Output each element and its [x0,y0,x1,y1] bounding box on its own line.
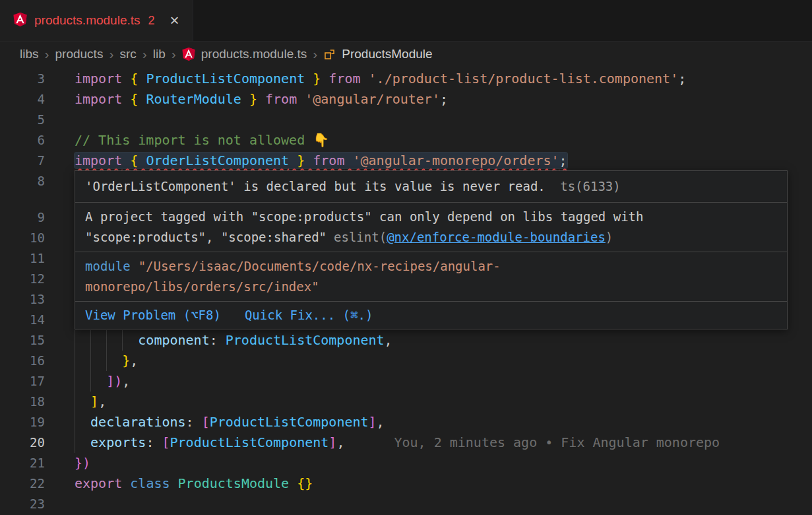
git-blame-annotation: You, 2 minutes ago • Fix Angular monorep… [394,434,720,450]
line-number: 20 [0,432,45,453]
code-line[interactable]: 3import { ProductListComponent } from '.… [0,69,812,89]
indent-guide [75,371,90,392]
code-line[interactable]: 6// This import is not allowed 👇 [0,130,812,151]
ts-diagnostic: 'OrderListComponent' is declared but its… [75,171,787,203]
hover-tooltip: 'OrderListComponent' is declared but its… [75,170,788,329]
eslint-rule-link[interactable]: @nx/enforce-module-boundaries [387,230,606,244]
indent-guide [122,330,138,351]
eslint-source-prefix: eslint( [334,230,387,244]
ts-diagnostic-source: ts(6133) [560,179,621,193]
breadcrumb-item-src[interactable]: src [119,47,136,61]
indent-guide [90,330,106,351]
code-line[interactable]: 7import { OrderListComponent } from '@an… [0,151,812,171]
line-number: 11 [0,248,45,269]
code-line[interactable]: 23 [0,494,812,514]
code-text: import { RouterModule } from '@angular/r… [75,89,448,110]
code-line[interactable]: 16}, [0,351,812,371]
line-number: 23 [0,494,45,514]
code-text: export class ProductsModule {} [75,473,313,494]
error-squiggle-range: import { OrderListComponent } from '@ang… [75,153,567,168]
code-text: ], [75,392,106,412]
code-text: ]), [75,371,130,392]
line-number: 16 [0,351,45,371]
indent-guide [106,351,122,371]
breadcrumb-item-products[interactable]: products [55,47,104,61]
angular-icon [182,48,195,61]
indent-guide [75,392,90,412]
line-number: 15 [0,330,45,351]
breadcrumb-label: products [55,47,104,61]
code-line[interactable]: 18], [0,392,812,412]
view-problem-action[interactable]: View Problem (⌥F8) [85,305,221,326]
line-number: 14 [0,310,45,330]
eslint-source-suffix: ) [606,230,613,244]
code-line[interactable]: 15component: ProductListComponent, [0,330,812,351]
code-line[interactable]: 20exports: [ProductListComponent],You, 2… [0,432,812,453]
breadcrumb-item-productsmodule[interactable]: ProductsModule [323,47,432,61]
close-icon[interactable]: × [170,13,179,28]
line-number: 17 [0,371,45,392]
breadcrumb-label: ProductsModule [342,47,432,61]
breadcrumb-separator: › [103,46,119,62]
line-number: 6 [0,130,45,151]
breadcrumb-separator: › [307,46,323,62]
code-line[interactable]: 4import { RouterModule } from '@angular/… [0,89,812,110]
indent-guide [90,351,106,371]
tab-problems-badge: 2 [148,14,155,28]
breadcrumb-item-lib[interactable]: lib [153,47,166,61]
line-number: 21 [0,453,45,473]
line-number: 22 [0,473,45,494]
line-number: 7 [0,151,45,171]
quick-fix-action[interactable]: Quick Fix... (⌘.) [245,305,373,326]
module-keyword: module [85,259,131,273]
breadcrumb-separator: › [137,46,153,62]
indent-guide [90,371,106,392]
code-text: // This import is not allowed 👇 [75,130,329,151]
line-number: 12 [0,269,45,289]
symbol-class-icon [323,48,336,61]
code-line[interactable]: 21}) [0,453,812,473]
indent-guide [106,330,122,351]
breadcrumb-item-products-module-ts[interactable]: products.module.ts [182,47,307,61]
code-line[interactable]: 17]), [0,371,812,392]
code-line[interactable]: 19declarations: [ProductListComponent], [0,412,812,432]
angular-icon [13,13,27,29]
code-text: }, [75,351,138,371]
line-number: 18 [0,392,45,412]
tab-title: products.module.ts [34,13,141,28]
code-text: import { ProductListComponent } from './… [75,69,686,89]
code-text: declarations: [ProductListComponent], [75,412,385,432]
indent-guide [75,432,90,453]
code-editor[interactable]: 3import { ProductListComponent } from '.… [0,67,812,514]
line-number: 13 [0,289,45,310]
breadcrumb-label: libs [20,47,39,61]
breadcrumb-separator: › [39,46,55,62]
module-path: "/Users/isaac/Documents/code/nx-recipes/… [85,259,501,294]
tab-products-module[interactable]: products.module.ts 2 × [0,0,193,41]
breadcrumb-item-libs[interactable]: libs [20,47,39,61]
line-number: 9 [0,207,45,228]
line-number: 3 [0,69,45,89]
code-text: component: ProductListComponent, [75,330,392,351]
indent-guide [75,330,90,351]
indent-guide [75,351,90,371]
line-number: 4 [0,89,45,110]
module-info: module"/Users/isaac/Documents/code/nx-re… [75,252,787,302]
code-line[interactable]: 5 [0,110,812,130]
code-text: import { OrderListComponent } from '@ang… [75,151,567,171]
indent-guide [75,412,90,432]
eslint-diagnostic: A project tagged with "scope:products" c… [75,203,787,252]
breadcrumb-label: products.module.ts [201,47,307,61]
line-number: 8 [0,171,45,191]
code-text: exports: [ProductListComponent],You, 2 m… [75,432,720,453]
line-number: 5 [0,110,45,130]
breadcrumb-label: src [119,47,136,61]
tab-bar: products.module.ts 2 × [0,0,812,42]
breadcrumb-separator: › [166,46,182,62]
ts-diagnostic-message: 'OrderListComponent' is declared but its… [85,179,546,193]
code-line[interactable]: 22export class ProductsModule {} [0,473,812,494]
breadcrumb-label: lib [153,47,166,61]
line-number: 19 [0,412,45,432]
breadcrumb: libs›products›src›lib›products.module.ts… [0,42,812,67]
code-text: }) [75,453,90,473]
